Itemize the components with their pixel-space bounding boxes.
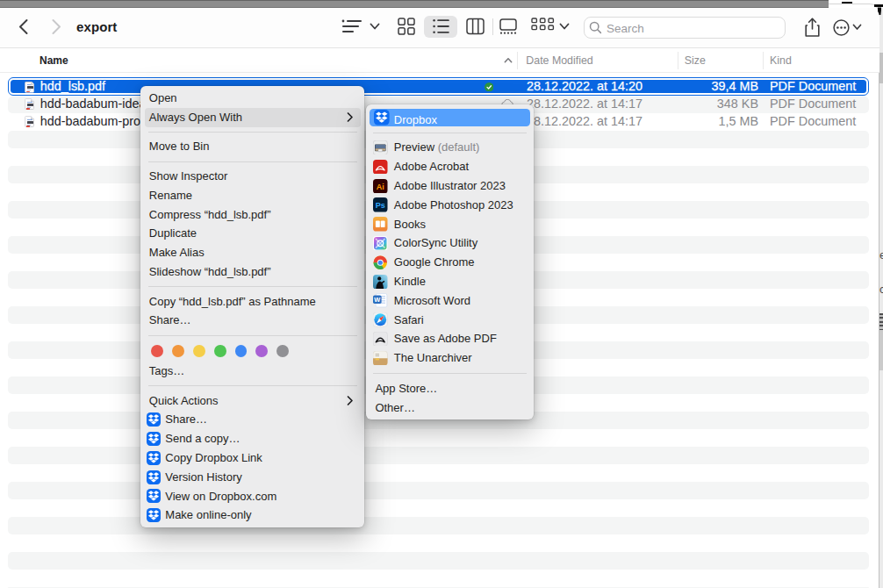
svg-text:W: W (374, 297, 380, 305)
svg-text:Ps: Ps (376, 201, 385, 210)
svg-text:Ai: Ai (377, 182, 384, 190)
